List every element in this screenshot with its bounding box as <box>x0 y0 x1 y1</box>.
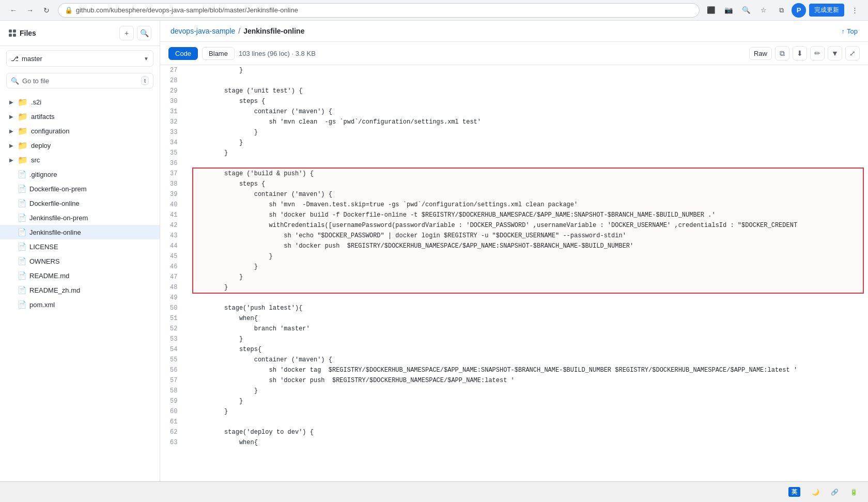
url-text: github.com/kubesphere/devops-java-sample… <box>76 6 298 14</box>
line-content <box>186 158 868 169</box>
file-tree: ▶ 📁 .s2i ▶ 📁 artifacts ▶ 📁 configuration… <box>0 93 160 481</box>
table-row: 38 steps { <box>160 179 868 189</box>
tree-item-readme-zh[interactable]: 📄 README_zh.md <box>0 283 160 297</box>
line-number: 54 <box>160 344 186 355</box>
extensions-button[interactable]: ⬛ <box>704 3 718 18</box>
chevron-icon: ▶ <box>8 114 14 119</box>
line-content: } <box>186 127 868 138</box>
search-button[interactable]: 🔍 <box>137 26 151 40</box>
blame-tab[interactable]: Blame <box>202 47 235 60</box>
forward-button[interactable]: → <box>23 3 37 18</box>
line-content: } <box>186 406 868 417</box>
item-label: artifacts <box>31 113 55 120</box>
file-icon: 📄 <box>18 199 26 207</box>
taskbar-icon-1[interactable]: 🌙 <box>808 486 824 498</box>
line-content: } <box>186 148 868 158</box>
chevron-icon: ▶ <box>8 143 14 148</box>
copy-raw-button[interactable]: ⧉ <box>775 46 789 60</box>
reload-button[interactable]: ↻ <box>39 3 54 18</box>
item-label: README.md <box>29 272 69 280</box>
tree-item-pom[interactable]: 📄 pom.xml <box>0 297 160 312</box>
keyboard-shortcut: t <box>141 77 149 85</box>
branch-name: master <box>22 55 141 63</box>
line-content: } <box>186 334 868 344</box>
battery-icon: 🔋 <box>850 489 858 496</box>
line-content: } <box>186 386 868 396</box>
tree-item-owners[interactable]: 📄 OWNERS <box>0 254 160 268</box>
panel-icon <box>8 29 17 37</box>
profile-button[interactable]: P <box>792 3 806 18</box>
tree-item-jenkinsfile-online[interactable]: 📄 Jenkinsfile-online <box>0 225 160 239</box>
line-number: 29 <box>160 86 186 96</box>
line-content: sh 'mvn -Dmaven.test.skip=true -gs `pwd`… <box>186 200 868 210</box>
tree-item-src[interactable]: ▶ 📁 src <box>0 153 160 167</box>
line-number: 63 <box>160 437 186 448</box>
item-label: Jenkinsfile-online <box>29 229 81 236</box>
line-number: 45 <box>160 251 186 262</box>
line-number: 59 <box>160 396 186 406</box>
tree-item-dockerfile-online[interactable]: 📄 Dockerfile-online <box>0 196 160 210</box>
bookmark-button[interactable]: ☆ <box>756 3 771 18</box>
menu-button[interactable]: ⋮ <box>847 3 862 18</box>
line-content: stage ('unit test') { <box>186 86 868 96</box>
tree-item-artifacts[interactable]: ▶ 📁 artifacts <box>0 109 160 124</box>
line-number: 37 <box>160 169 186 179</box>
line-number: 57 <box>160 375 186 386</box>
top-link[interactable]: ↑ Top <box>842 27 858 35</box>
line-content: steps { <box>186 96 868 107</box>
line-number: 39 <box>160 189 186 200</box>
table-row: 37 stage ('build & push') { <box>160 169 868 179</box>
tree-item-gitignore[interactable]: 📄 .gitignore <box>0 167 160 181</box>
folder-icon: 📁 <box>18 112 28 121</box>
chevron-down-icon: ▼ <box>144 56 149 62</box>
line-number: 62 <box>160 427 186 437</box>
tree-item-deploy[interactable]: ▶ 📁 deploy <box>0 138 160 153</box>
update-button[interactable]: 完成更新 <box>809 4 844 17</box>
table-row: 27 } <box>160 65 868 75</box>
edit-button[interactable]: ✏ <box>810 46 825 60</box>
breadcrumb-current-file: Jenkinsfile-online <box>243 27 304 35</box>
zoom-button[interactable]: 🔍 <box>739 3 753 18</box>
screenshare-button[interactable]: 📷 <box>721 3 736 18</box>
back-button[interactable]: ← <box>6 3 21 18</box>
line-content: sh 'docker push $REGISTRY/$DOCKERHUB_NAM… <box>186 375 868 386</box>
taskbar-icon-2[interactable]: 🔗 <box>827 486 843 498</box>
breadcrumb-repo-link[interactable]: devops-java-sample <box>171 27 235 35</box>
edit-chevron[interactable]: ▼ <box>828 46 842 60</box>
main-container: Files + 🔍 ⎇ master ▼ 🔍 Go to file t ▶ 📁 … <box>0 21 868 481</box>
tree-item-s2i[interactable]: ▶ 📁 .s2i <box>0 95 160 109</box>
table-row: 53 } <box>160 334 868 344</box>
tree-item-jenkinsfile-onprem[interactable]: 📄 Jenkinsfile-on-prem <box>0 210 160 225</box>
line-content: } <box>186 262 868 272</box>
expand-button[interactable]: ⤢ <box>845 46 860 60</box>
file-icon: 📄 <box>18 170 26 178</box>
line-number: 28 <box>160 75 186 86</box>
branch-selector[interactable]: ⎇ master ▼ <box>6 50 153 67</box>
taskbar-language[interactable]: 英 <box>784 485 804 499</box>
raw-button[interactable]: Raw <box>749 47 772 60</box>
history-button[interactable]: ⧉ <box>774 3 788 18</box>
line-content: stage('deploy to dev') { <box>186 427 868 437</box>
code-container[interactable]: 27 }2829 stage ('unit test') {30 steps {… <box>160 65 868 481</box>
tree-item-configuration[interactable]: ▶ 📁 configuration <box>0 124 160 138</box>
address-bar[interactable]: 🔒 github.com/kubesphere/devops-java-samp… <box>58 3 700 18</box>
line-content: when{ <box>186 313 868 324</box>
code-tab[interactable]: Code <box>168 47 198 60</box>
tree-item-readme[interactable]: 📄 README.md <box>0 268 160 283</box>
branch-icon: ⎇ <box>11 55 19 63</box>
go-to-file-bar[interactable]: 🔍 Go to file t <box>6 73 153 88</box>
taskbar-icon-3[interactable]: 🔋 <box>846 486 862 498</box>
table-row: 31 container ('maven') { <box>160 107 868 117</box>
tree-item-license[interactable]: 📄 LICENSE <box>0 239 160 254</box>
table-row: 42 withCredentials([usernamePassword(pas… <box>160 220 868 231</box>
table-row: 52 branch 'master' <box>160 324 868 334</box>
tree-item-dockerfile-onprem[interactable]: 📄 Dockerfile-on-prem <box>0 181 160 196</box>
line-number: 31 <box>160 107 186 117</box>
line-number: 51 <box>160 313 186 324</box>
table-row: 63 when{ <box>160 437 868 448</box>
download-button[interactable]: ⬇ <box>793 46 807 60</box>
add-file-button[interactable]: + <box>119 26 134 40</box>
file-icon: 📄 <box>18 271 26 280</box>
item-label: .gitignore <box>29 171 57 178</box>
table-row: 40 sh 'mvn -Dmaven.test.skip=true -gs `p… <box>160 200 868 210</box>
